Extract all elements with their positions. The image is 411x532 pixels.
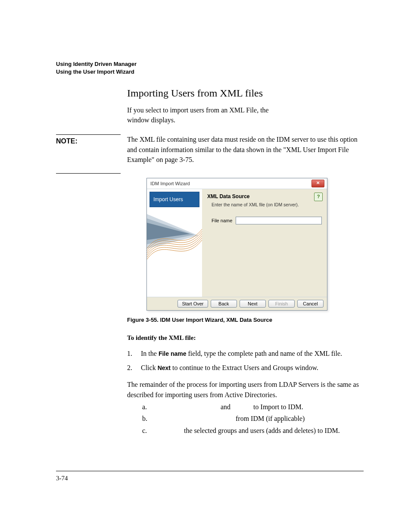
step-2-bold: Next <box>158 364 171 371</box>
note-block: NOTE: The XML file containing user data … <box>56 134 364 165</box>
note-label: NOTE: <box>56 137 121 145</box>
sublist-b: b. from IDM (if applicable) <box>142 413 364 424</box>
wizard-titlebar[interactable]: IDM Import Wizard ✕ <box>147 178 327 189</box>
close-icon[interactable]: ✕ <box>311 180 324 187</box>
section-title: Importing Users from XML files <box>127 87 364 99</box>
sublist-c-letter: c. <box>142 425 150 436</box>
step-1: 1. In the File name field, type the comp… <box>127 348 364 359</box>
wizard-main-panel: ? XML Data Source Enter the name of XML … <box>202 189 327 297</box>
sublist-b-letter: b. <box>142 413 150 424</box>
footer-rule <box>56 471 364 471</box>
abstract-graphic-icon <box>147 210 202 261</box>
next-button[interactable]: Next <box>240 300 266 308</box>
sublist-a-tail: to Import to IDM. <box>253 403 303 411</box>
file-name-label: File name <box>212 218 232 223</box>
wizard-title: IDM Import Wizard <box>150 181 190 186</box>
file-name-input[interactable] <box>236 217 322 224</box>
sublist-a: a. and to Import to IDM. <box>142 401 364 413</box>
step-1-text-a: In the <box>141 350 159 357</box>
sublist-a-mid: and <box>221 403 230 411</box>
wizard-subheading: Enter the name of XML file (on IDM serve… <box>212 202 322 207</box>
note-rule-top <box>56 134 121 135</box>
identify-heading: To identify the XML file: <box>127 334 364 342</box>
start-over-button[interactable]: Start Over <box>177 300 208 308</box>
step-2-number: 2. <box>127 362 135 373</box>
step-1-number: 1. <box>127 348 135 359</box>
wizard-button-bar: Start Over Back Next Finish Cancel <box>147 297 327 310</box>
help-icon[interactable]: ? <box>314 193 323 201</box>
sublist-b-tail: from IDM (if applicable) <box>236 415 305 422</box>
page-header: Using Identity Driven Manager Using the … <box>56 60 364 75</box>
wizard-sidebar: Import Users <box>147 189 202 297</box>
sublist-c-tail: the selected groups and users (adds and … <box>184 427 340 434</box>
header-line-2: Using the User Import Wizard <box>56 68 364 76</box>
sublist-a-letter: a. <box>142 401 150 413</box>
note-rule-bottom <box>56 173 121 174</box>
page-number: 3-74 <box>56 475 364 482</box>
step-1-bold: File name <box>159 350 187 357</box>
intro-paragraph: If you select to import users from an XM… <box>127 105 364 125</box>
wizard-heading: XML Data Source <box>207 193 322 199</box>
intro-part1: If you select to import users from an XM… <box>127 106 269 114</box>
wizard-step-import-users[interactable]: Import Users <box>149 192 199 207</box>
back-button[interactable]: Back <box>211 300 237 308</box>
note-body: The XML file containing user data must r… <box>127 134 364 165</box>
figure-caption: Figure 3-55. IDM User Import Wizard, XML… <box>127 317 364 323</box>
step-2: 2. Click Next to continue to the Extract… <box>127 362 364 373</box>
step-1-text-c: field, type the complete path and name o… <box>186 350 342 357</box>
remainder-paragraph: The remainder of the process for importi… <box>127 380 364 399</box>
wizard-dialog: IDM Import Wizard ✕ Import Users <box>146 178 327 311</box>
sublist: a. and to Import to IDM. b. from IDM (if… <box>142 401 364 436</box>
ordered-steps: 1. In the File name field, type the comp… <box>127 348 364 373</box>
wizard-sidebar-image <box>147 210 202 297</box>
finish-button: Finish <box>268 300 295 308</box>
step-2-text-a: Click <box>141 364 158 371</box>
intro-part2: window displays. <box>127 116 175 124</box>
header-line-1: Using Identity Driven Manager <box>56 60 364 68</box>
cancel-button[interactable]: Cancel <box>297 300 324 308</box>
step-2-text-c: to continue to the Extract Users and Gro… <box>171 364 318 371</box>
sublist-c: c. the selected groups and users (adds a… <box>142 425 364 436</box>
